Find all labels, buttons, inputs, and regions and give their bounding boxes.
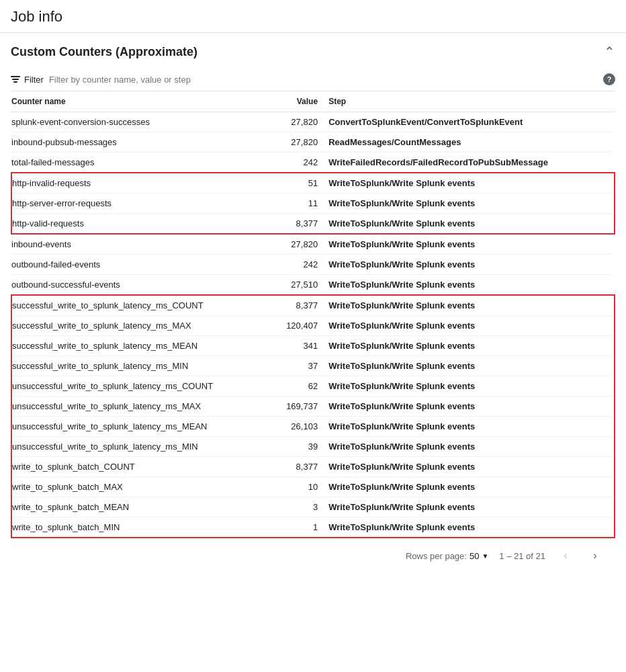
counter-step: WriteToSplunk/Write Splunk events <box>328 376 615 396</box>
counter-step: WriteToSplunk/Write Splunk events <box>328 457 615 477</box>
table-row: unsuccessful_write_to_splunk_latency_ms_… <box>11 437 615 457</box>
filter-icon <box>11 76 21 83</box>
counter-name: outbound-failed-events <box>11 255 275 275</box>
counter-step: ReadMessages/CountMessages <box>328 132 615 153</box>
counter-name: inbound-events <box>11 234 275 255</box>
table-header-row: Counter name Value Step <box>11 91 615 112</box>
counter-step: ConvertToSplunkEvent/ConvertToSplunkEven… <box>328 112 615 132</box>
job-info-panel: Job info Custom Counters (Approximate) ⌃… <box>0 0 626 573</box>
counter-value: 27,820 <box>275 112 328 132</box>
counter-value: 11 <box>275 194 328 214</box>
counter-value: 3 <box>275 497 328 517</box>
counter-name: successful_write_to_splunk_latency_ms_MI… <box>11 356 275 376</box>
counter-value: 341 <box>275 336 328 356</box>
table-row: write_to_splunk_batch_MIN1WriteToSplunk/… <box>11 517 615 538</box>
counter-name: write_to_splunk_batch_COUNT <box>11 457 275 477</box>
counter-value: 62 <box>275 376 328 396</box>
counter-name: splunk-event-conversion-successes <box>11 112 275 132</box>
counter-step: WriteToSplunk/Write Splunk events <box>328 396 615 417</box>
table-row: splunk-event-conversion-successes27,820C… <box>11 112 615 132</box>
rows-select-chevron: ▼ <box>482 552 488 560</box>
job-info-header: Job info <box>0 0 626 33</box>
counter-value: 242 <box>275 153 328 173</box>
col-header-value: Value <box>275 91 328 112</box>
counter-step: WriteToSplunk/Write Splunk events <box>328 356 615 376</box>
page-range: 1 – 21 of 21 <box>499 551 545 561</box>
table-row: successful_write_to_splunk_latency_ms_MI… <box>11 356 615 376</box>
counter-name: outbound-successful-events <box>11 275 275 296</box>
counter-value: 242 <box>275 255 328 275</box>
counter-value: 8,377 <box>275 457 328 477</box>
counter-value: 26,103 <box>275 417 328 437</box>
counter-value: 1 <box>275 517 328 538</box>
table-row: outbound-successful-events27,510WriteToS… <box>11 275 615 296</box>
counter-step: WriteToSplunk/Write Splunk events <box>328 417 615 437</box>
counter-name: successful_write_to_splunk_latency_ms_ME… <box>11 336 275 356</box>
table-row: unsuccessful_write_to_splunk_latency_ms_… <box>11 417 615 437</box>
table-row: inbound-pubsub-messages27,820ReadMessage… <box>11 132 615 153</box>
counter-name: http-server-error-requests <box>11 194 275 214</box>
section-title: Custom Counters (Approximate) <box>11 45 197 59</box>
rows-per-page-label: Rows per page: <box>406 551 467 561</box>
counter-step: WriteToSplunk/Write Splunk events <box>328 336 615 356</box>
table-row: http-invalid-requests51WriteToSplunk/Wri… <box>11 173 615 194</box>
counter-step: WriteToSplunk/Write Splunk events <box>328 437 615 457</box>
custom-counters-section: Custom Counters (Approximate) ⌃ Filter ?… <box>0 33 626 573</box>
table-row: write_to_splunk_batch_MEAN3WriteToSplunk… <box>11 497 615 517</box>
counter-value: 27,820 <box>275 132 328 153</box>
counter-step: WriteToSplunk/Write Splunk events <box>328 234 615 255</box>
counter-step: WriteToSplunk/Write Splunk events <box>328 477 615 497</box>
counter-step: WriteToSplunk/Write Splunk events <box>328 275 615 296</box>
table-row: successful_write_to_splunk_latency_ms_MA… <box>11 316 615 336</box>
page-title: Job info <box>11 8 615 26</box>
collapse-icon[interactable]: ⌃ <box>604 44 615 60</box>
table-row: unsuccessful_write_to_splunk_latency_ms_… <box>11 376 615 396</box>
filter-label-group: Filter <box>11 75 44 85</box>
table-row: outbound-failed-events242WriteToSplunk/W… <box>11 255 615 275</box>
counter-name: http-invalid-requests <box>11 173 275 194</box>
table-row: unsuccessful_write_to_splunk_latency_ms_… <box>11 396 615 417</box>
table-row: successful_write_to_splunk_latency_ms_ME… <box>11 336 615 356</box>
counter-value: 27,510 <box>275 275 328 296</box>
counter-value: 51 <box>275 173 328 194</box>
counter-name: write_to_splunk_batch_MEAN <box>11 497 275 517</box>
counter-name: unsuccessful_write_to_splunk_latency_ms_… <box>11 396 275 417</box>
counters-table: Counter name Value Step splunk-event-con… <box>11 91 615 538</box>
table-row: write_to_splunk_batch_COUNT8,377WriteToS… <box>11 457 615 477</box>
col-header-step: Step <box>328 91 615 112</box>
counter-step: WriteToSplunk/Write Splunk events <box>328 255 615 275</box>
table-row: successful_write_to_splunk_latency_ms_CO… <box>11 295 615 316</box>
filter-input[interactable] <box>49 75 598 85</box>
counter-value: 8,377 <box>275 295 328 316</box>
table-row: total-failed-messages242WriteFailedRecor… <box>11 153 615 173</box>
table-row: inbound-events27,820WriteToSplunk/Write … <box>11 234 615 255</box>
counter-value: 39 <box>275 437 328 457</box>
counter-step: WriteToSplunk/Write Splunk events <box>328 214 615 235</box>
counter-value: 10 <box>275 477 328 497</box>
next-page-button[interactable]: › <box>586 546 605 565</box>
filter-bar: Filter ? <box>11 68 615 91</box>
counter-value: 37 <box>275 356 328 376</box>
section-header: Custom Counters (Approximate) ⌃ <box>11 44 615 60</box>
counter-step: WriteToSplunk/Write Splunk events <box>328 295 615 316</box>
counter-step: WriteToSplunk/Write Splunk events <box>328 497 615 517</box>
counter-step: WriteFailedRecords/FailedRecordToPubSubM… <box>328 153 615 173</box>
counter-name: http-valid-requests <box>11 214 275 235</box>
counter-name: successful_write_to_splunk_latency_ms_MA… <box>11 316 275 336</box>
counter-name: write_to_splunk_batch_MAX <box>11 477 275 497</box>
prev-page-button[interactable]: ‹ <box>556 546 575 565</box>
rows-per-page: Rows per page: 50 ▼ <box>406 551 488 561</box>
counter-value: 120,407 <box>275 316 328 336</box>
counter-step: WriteToSplunk/Write Splunk events <box>328 194 615 214</box>
rows-per-page-select[interactable]: 50 ▼ <box>470 551 488 561</box>
counter-step: WriteToSplunk/Write Splunk events <box>328 173 615 194</box>
counter-step: WriteToSplunk/Write Splunk events <box>328 517 615 538</box>
counter-step: WriteToSplunk/Write Splunk events <box>328 316 615 336</box>
counter-value: 169,737 <box>275 396 328 417</box>
rows-per-page-value: 50 <box>470 551 479 561</box>
counter-name: write_to_splunk_batch_MIN <box>11 517 275 538</box>
help-icon[interactable]: ? <box>603 73 615 85</box>
counter-name: unsuccessful_write_to_splunk_latency_ms_… <box>11 417 275 437</box>
table-row: write_to_splunk_batch_MAX10WriteToSplunk… <box>11 477 615 497</box>
counter-name: successful_write_to_splunk_latency_ms_CO… <box>11 295 275 316</box>
